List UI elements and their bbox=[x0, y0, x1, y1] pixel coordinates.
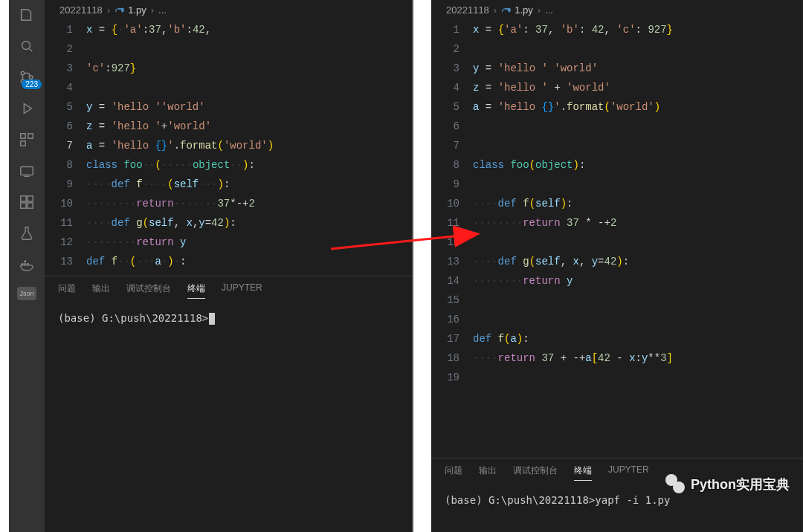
code-content[interactable]: class foo(object): bbox=[473, 155, 803, 175]
terminal-cursor bbox=[209, 313, 215, 325]
code-line[interactable]: 16 bbox=[431, 310, 803, 329]
layout-icon[interactable] bbox=[18, 193, 36, 211]
code-content[interactable]: y = 'hello ''world' bbox=[86, 97, 412, 117]
code-content[interactable]: ········return 37 * -+2 bbox=[473, 213, 803, 233]
code-line[interactable]: 12 bbox=[431, 233, 803, 252]
code-line[interactable]: 4 bbox=[45, 78, 412, 97]
code-line[interactable]: 2 bbox=[431, 39, 803, 59]
line-number: 2 bbox=[45, 39, 86, 59]
code-line[interactable]: 3'c':927} bbox=[45, 59, 412, 78]
code-line[interactable]: 7a = 'hello {}'.format('world') bbox=[45, 136, 412, 155]
code-line[interactable]: 15 bbox=[431, 291, 803, 310]
code-content[interactable]: ········return y bbox=[86, 233, 412, 252]
code-line[interactable]: 5a = 'hello {}'.format('world') bbox=[431, 97, 803, 117]
code-line[interactable]: 17def f(a): bbox=[431, 329, 803, 348]
code-line[interactable]: 10····def f(self): bbox=[431, 194, 803, 213]
code-line[interactable]: 12········return y bbox=[45, 233, 412, 252]
code-content[interactable]: 'c':927} bbox=[86, 59, 412, 78]
tab-problems[interactable]: 问题 bbox=[58, 282, 76, 299]
code-line[interactable]: 19 bbox=[431, 368, 803, 387]
search-icon[interactable] bbox=[18, 37, 36, 55]
breadcrumb-tail[interactable]: ... bbox=[545, 4, 553, 16]
code-content[interactable] bbox=[86, 39, 412, 59]
code-line[interactable]: 9····def f····(self···): bbox=[45, 175, 412, 194]
json-icon[interactable]: Json bbox=[17, 287, 36, 300]
code-content[interactable]: x = {·'a':37,'b':42, bbox=[86, 20, 412, 39]
breadcrumb-folder[interactable]: 20221118 bbox=[446, 4, 489, 16]
code-content[interactable] bbox=[473, 175, 803, 194]
code-line[interactable]: 14····return······37+-+a[42-x :··y**3] bbox=[45, 271, 412, 276]
code-content[interactable]: ····def f(self): bbox=[473, 194, 803, 213]
code-line[interactable]: 1x = {'a': 37, 'b': 42, 'c': 927} bbox=[431, 20, 803, 39]
tab-jupyter[interactable]: JUPYTER bbox=[608, 464, 649, 481]
code-line[interactable]: 13def f··(···a·)·: bbox=[45, 252, 412, 271]
code-line[interactable]: 11········return 37 * -+2 bbox=[431, 213, 803, 233]
code-line[interactable]: 6 bbox=[431, 117, 803, 136]
tab-debug-console[interactable]: 调试控制台 bbox=[126, 282, 171, 299]
breadcrumb-file[interactable]: 1.py bbox=[115, 4, 146, 16]
code-line[interactable]: 4z = 'hello ' + 'world' bbox=[431, 78, 803, 97]
code-line[interactable]: 8class foo(object): bbox=[431, 155, 803, 175]
code-content[interactable]: y = 'hello ' 'world' bbox=[473, 59, 803, 78]
code-line[interactable]: 18····return 37 + -+a[42 - x:y**3] bbox=[431, 348, 803, 368]
code-line[interactable]: 13····def g(self, x, y=42): bbox=[431, 252, 803, 271]
code-content[interactable]: z = 'hello '+'world' bbox=[86, 117, 412, 136]
code-line[interactable]: 14········return y bbox=[431, 271, 803, 291]
flask-icon[interactable] bbox=[18, 224, 36, 242]
breadcrumb-file[interactable]: 1.py bbox=[501, 4, 533, 16]
line-number: 8 bbox=[431, 155, 473, 175]
code-line[interactable]: 9 bbox=[431, 175, 803, 194]
breadcrumb[interactable]: 20221118 › 1.py › ... bbox=[431, 0, 803, 20]
tab-output[interactable]: 输出 bbox=[479, 464, 497, 481]
code-content[interactable]: a = 'hello {}'.format('world') bbox=[86, 136, 412, 155]
docker-icon[interactable] bbox=[18, 256, 36, 273]
code-line[interactable]: 5y = 'hello ''world' bbox=[45, 97, 412, 117]
breadcrumb[interactable]: 20221118 › 1.py › ... bbox=[45, 0, 412, 20]
explorer-icon[interactable] bbox=[18, 6, 36, 24]
code-line[interactable]: 1x = {·'a':37,'b':42, bbox=[45, 20, 412, 39]
code-content[interactable] bbox=[473, 117, 803, 136]
extensions-icon[interactable] bbox=[18, 131, 36, 149]
code-line[interactable]: 3y = 'hello ' 'world' bbox=[431, 59, 803, 78]
code-content[interactable] bbox=[473, 136, 803, 155]
code-content[interactable] bbox=[473, 310, 803, 329]
code-content[interactable] bbox=[473, 291, 803, 310]
code-content[interactable]: def f··(···a·)·: bbox=[86, 252, 412, 271]
code-content[interactable]: ········return·······37*-+2 bbox=[86, 194, 412, 213]
tab-output[interactable]: 输出 bbox=[92, 282, 110, 299]
breadcrumb-tail[interactable]: ... bbox=[158, 4, 167, 16]
tab-problems[interactable]: 问题 bbox=[445, 464, 462, 481]
code-content[interactable]: ····def f····(self···): bbox=[86, 175, 412, 194]
terminal-left[interactable]: (base) G:\push\20221118> bbox=[45, 303, 412, 532]
code-editor-left[interactable]: 1x = {·'a':37,'b':42,23'c':927}45y = 'he… bbox=[45, 20, 412, 276]
code-content[interactable]: ····def g(self, x,y=42): bbox=[86, 213, 412, 233]
code-content[interactable]: ····def g(self, x, y=42): bbox=[473, 252, 803, 271]
code-line[interactable]: 2 bbox=[45, 39, 412, 59]
tab-jupyter[interactable]: JUPYTER bbox=[222, 282, 262, 299]
source-control-icon[interactable]: 223 bbox=[18, 68, 36, 86]
code-content[interactable]: z = 'hello ' + 'world' bbox=[473, 78, 803, 97]
remote-icon[interactable] bbox=[18, 162, 36, 180]
code-line[interactable]: 7 bbox=[431, 136, 803, 155]
code-content[interactable]: ····return 37 + -+a[42 - x:y**3] bbox=[473, 348, 803, 368]
code-content[interactable]: a = 'hello {}'.format('world') bbox=[473, 97, 803, 117]
code-line[interactable]: 8class foo··(·····object··): bbox=[45, 155, 412, 175]
code-content[interactable]: ····return······37+-+a[42-x :··y**3] bbox=[86, 271, 412, 276]
code-content[interactable] bbox=[473, 233, 803, 252]
code-content[interactable] bbox=[473, 39, 803, 59]
code-content[interactable]: class foo··(·····object··): bbox=[86, 155, 412, 175]
code-line[interactable]: 6z = 'hello '+'world' bbox=[45, 117, 412, 136]
code-line[interactable]: 11····def g(self, x,y=42): bbox=[45, 213, 412, 233]
code-line[interactable]: 10········return·······37*-+2 bbox=[45, 194, 412, 213]
code-editor-right[interactable]: 1x = {'a': 37, 'b': 42, 'c': 927}23y = '… bbox=[431, 20, 803, 458]
code-content[interactable]: x = {'a': 37, 'b': 42, 'c': 927} bbox=[473, 20, 803, 39]
breadcrumb-folder[interactable]: 20221118 bbox=[59, 4, 103, 16]
tab-terminal[interactable]: 终端 bbox=[574, 464, 592, 481]
tab-debug-console[interactable]: 调试控制台 bbox=[513, 464, 558, 481]
tab-terminal[interactable]: 终端 bbox=[187, 282, 205, 299]
code-content[interactable] bbox=[473, 368, 803, 387]
debug-icon[interactable] bbox=[18, 100, 36, 117]
code-content[interactable]: ········return y bbox=[473, 271, 803, 291]
code-content[interactable]: def f(a): bbox=[473, 329, 803, 348]
code-content[interactable] bbox=[86, 78, 412, 97]
